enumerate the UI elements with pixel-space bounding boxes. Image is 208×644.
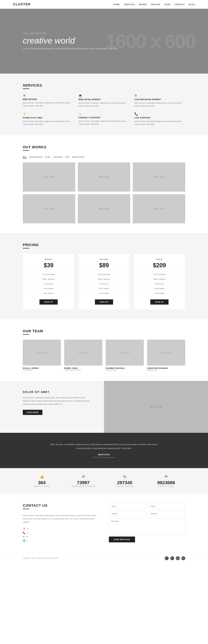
team-name: KHALIL UDDIN — [23, 367, 61, 370]
about-desc: dolor sit amet, consectetur adipiscing e… — [23, 396, 94, 406]
service-title: FRIENDLY SUPPORT — [78, 116, 129, 119]
social-icon-t[interactable]: t — [170, 556, 174, 560]
navbar-link-pricing[interactable]: PRICING — [151, 4, 160, 6]
signup-button[interactable]: SIGN UP — [150, 300, 168, 304]
send-message-button[interactable]: Send Message — [109, 536, 135, 542]
team-member: 570 x 675 SHAMIM SHOHAG DEVELOPER — [106, 340, 144, 371]
contact-item-icon: 📍 — [23, 528, 26, 530]
stat-icon: ☕ — [123, 474, 127, 479]
contact-item-text: 03 — [26, 536, 28, 538]
pricing-feature: Free Update — [137, 286, 182, 291]
team-role: LEAD DEVELOPER — [64, 370, 102, 371]
hero-title: creative world — [23, 36, 118, 45]
team-role: DEVELOPER — [106, 370, 144, 371]
signup-button[interactable]: SIGN UP — [40, 300, 58, 304]
navbar-link-services[interactable]: SERVICES — [124, 4, 135, 6]
works-section: OUT WORKS ALLWORDPRESSHTMLGRAPHICPHPBOOT… — [0, 135, 208, 233]
team-photo: 570 x 675 — [64, 340, 102, 366]
team-member: 570 x 675 ZUBAYER RAHMAN MARKETER — [147, 340, 185, 371]
contact-item: 🌐 0 — [23, 539, 99, 542]
service-item: 💻 WEB DEVELOPMENT dolor sit amet, consec… — [78, 94, 129, 107]
stat-label: Happy Clients — [34, 485, 50, 487]
team-photo: 570 x 675 — [23, 340, 61, 366]
stat-item: 👍 364 Happy Clients — [23, 474, 61, 487]
pricing-price: $209 — [137, 262, 182, 269]
service-desc: dolor sit amet, consectetur adipiscing e… — [78, 102, 129, 107]
filter-btn-php[interactable]: PHP — [65, 156, 70, 158]
service-item: 🖥 WEB DESIGN dolor sit amet, consectetur… — [23, 94, 74, 107]
footer-socials: ftg+in — [165, 556, 185, 560]
filter-btn-graphic[interactable]: GRAPHIC — [53, 156, 63, 158]
navbar-link-home[interactable]: HOME — [114, 4, 120, 6]
pricing-feature: Free Download — [26, 272, 71, 277]
contact-underline — [23, 509, 29, 509]
stat-label: Cups of Coffee — [116, 485, 134, 487]
service-item: 📞 LIVE SUPPORT dolor sit amet, consectet… — [134, 112, 185, 126]
footer: Copyright © 2014 Cluster.com. All rights… — [0, 553, 208, 564]
stat-label: Completed Projects — [71, 485, 95, 487]
works-underline — [23, 150, 29, 151]
pricing-feature: Live Support — [82, 291, 126, 296]
pricing-price: $89 — [82, 262, 126, 269]
service-desc: dolor sit amet, consectetur adipiscing e… — [134, 120, 185, 126]
filter-btn-bootstrap[interactable]: BOOTSTRAP — [72, 156, 85, 158]
hero-subtitle: YOU ARE ENTIRE — [23, 32, 118, 35]
team-grid: 570 x 675 KHALIL UDDIN DESIGNER 570 x 67… — [23, 340, 185, 371]
team-title: OUR TEAM — [23, 329, 185, 333]
contact-item-icon: 📞 — [23, 532, 26, 534]
work-item[interactable]: 800 x 600 — [133, 194, 185, 223]
service-desc: dolor sit amet, consectetur adipiscing e… — [23, 102, 74, 107]
service-desc: dolor sit amet, consectetur adipiscing e… — [78, 120, 129, 126]
hero-description: Lorem in Pellentesque adipiscing elit, c… — [23, 47, 118, 50]
pricing-tier: GOLD — [137, 258, 182, 260]
social-icon-gplus[interactable]: g+ — [176, 556, 180, 560]
stat-number: 297345 — [117, 480, 132, 485]
testimonial-title: CEO Full Company One — [23, 456, 185, 458]
filter-btn-html[interactable]: HTML — [45, 156, 51, 158]
service-item: ⚡ SUPER FAST WEB dolor sit amet, consect… — [23, 112, 74, 126]
social-icon-f[interactable]: f — [165, 556, 169, 560]
filter-btn-all[interactable]: ALL — [23, 156, 27, 158]
pricing-feature: Full Access — [82, 282, 126, 286]
navbar-link-works[interactable]: WORKS — [139, 4, 147, 6]
email-input[interactable] — [148, 504, 185, 509]
stat-number: 9823686 — [157, 480, 175, 485]
work-item[interactable]: 800 x 600 — [78, 194, 130, 223]
team-role: MARKETER — [147, 370, 185, 371]
contact-item: 📞 2 — [23, 532, 99, 534]
stat-item: ✉ 73997 Completed Projects — [64, 474, 102, 487]
team-section: OUR TEAM 570 x 675 KHALIL UDDIN DESIGNER… — [0, 319, 208, 381]
navbar-nav: HOMESERVICESWORKSPRICINGTEAMCONTACTBLOG — [114, 3, 195, 6]
name-input[interactable] — [109, 504, 146, 509]
testimonial-quote: dolor sit amet, consectetur adipiscing s… — [47, 442, 161, 450]
signup-button[interactable]: SIGN UP — [95, 300, 113, 304]
pricing-title: PRICING — [23, 243, 185, 247]
contact-item-text: 2 — [27, 532, 28, 534]
team-member: 570 x 675 KHALIL UDDIN DESIGNER — [23, 340, 61, 371]
work-item[interactable]: 800 x 600 — [78, 162, 130, 192]
team-name: RUBEL MIAH — [64, 367, 102, 370]
pricing-feature: Full Access — [137, 282, 182, 286]
pricing-feature: Free Download — [82, 272, 126, 277]
service-item: ⚙ CUSTOM DEVELOPMENT dolor sit amet, con… — [134, 94, 185, 107]
work-item[interactable]: 800 x 600 — [23, 162, 75, 192]
work-item[interactable]: 800 x 600 — [23, 194, 75, 223]
about-section: DOLOR SIT AMET. dolor sit amet, consecte… — [0, 381, 208, 433]
website-input[interactable] — [148, 511, 185, 516]
message-input[interactable] — [109, 518, 185, 534]
work-item[interactable]: 800 x 600 — [133, 162, 185, 192]
service-icon: 📞 — [134, 112, 185, 116]
navbar-link-team[interactable]: TEAM — [164, 4, 170, 6]
service-title: SUPER FAST WEB — [23, 117, 74, 119]
navbar-link-contact[interactable]: CONTACT — [174, 4, 185, 6]
navbar-brand[interactable]: CLUSTER — [13, 2, 31, 6]
services-title: SERVICES — [23, 83, 185, 88]
service-title: LIVE SUPPORT — [134, 117, 185, 119]
navbar-link-blog[interactable]: BLOG — [189, 4, 195, 6]
subject-input[interactable] — [109, 511, 146, 516]
view-more-button[interactable]: View More — [23, 410, 42, 415]
team-role: DESIGNER — [23, 370, 61, 371]
navbar: CLUSTER HOMESERVICESWORKSPRICINGTEAMCONT… — [0, 0, 208, 9]
filter-btn-wordpress[interactable]: WORDPRESS — [29, 156, 42, 158]
social-icon-in[interactable]: in — [181, 556, 185, 560]
